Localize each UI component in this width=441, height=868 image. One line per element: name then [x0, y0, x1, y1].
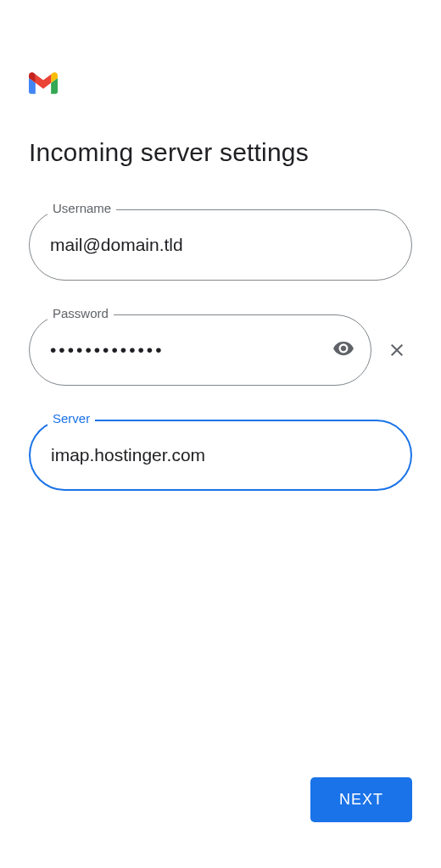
password-input[interactable]: •••••••••••••: [29, 314, 371, 386]
password-field-wrapper: Password •••••••••••••: [29, 314, 371, 386]
page-title: Incoming server settings: [29, 138, 412, 167]
server-label: Server: [47, 411, 95, 426]
server-field-wrapper: Server: [29, 420, 412, 491]
show-password-icon[interactable]: [332, 337, 354, 363]
server-input[interactable]: [29, 420, 412, 491]
username-field-wrapper: Username: [29, 209, 412, 281]
gmail-logo-icon: [29, 72, 412, 97]
clear-password-icon[interactable]: [387, 340, 407, 360]
username-label: Username: [47, 201, 116, 215]
username-input[interactable]: [29, 209, 412, 281]
password-label: Password: [47, 306, 114, 320]
next-button[interactable]: NEXT: [310, 777, 412, 822]
